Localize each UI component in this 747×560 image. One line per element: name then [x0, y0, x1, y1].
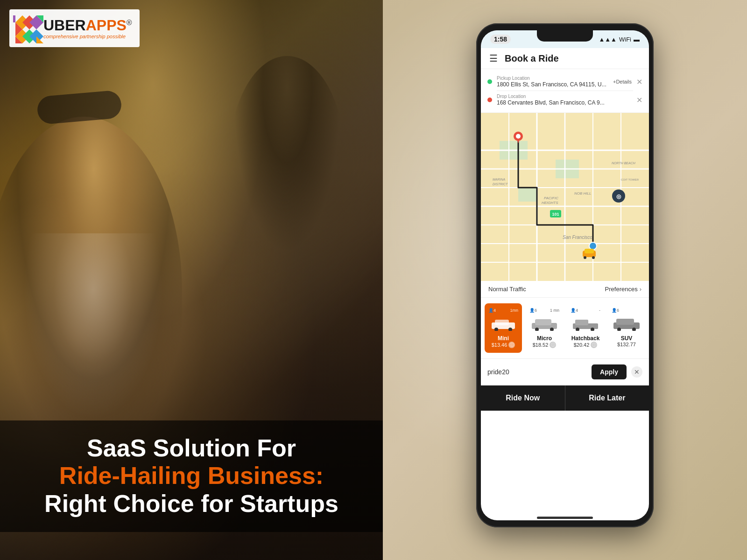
svg-rect-14: [518, 188, 537, 202]
map-area: 101 MARINA DISTRICT PACIFIC HEIGHTS NOB …: [481, 113, 649, 281]
pickup-clear-icon[interactable]: ✕: [636, 77, 642, 86]
wifi-icon: WiFi: [619, 36, 631, 43]
shirt-area: [23, 233, 163, 420]
logo-apps-text: APPS: [86, 18, 127, 33]
drop-row[interactable]: Drop Location 168 Cervantes Blvd, San Fr…: [487, 91, 642, 109]
traffic-label: Normal Traffic: [488, 286, 526, 293]
apply-button[interactable]: Apply: [592, 364, 627, 379]
menu-icon[interactable]: ☰: [489, 53, 498, 64]
svg-rect-42: [585, 249, 594, 253]
text-overlay: SaaS Solution For Ride-Hailing Business:…: [0, 420, 383, 532]
mini-time: 1mn: [510, 308, 518, 313]
bottom-buttons: Ride Now Ride Later: [481, 385, 649, 411]
svg-rect-48: [495, 320, 509, 325]
status-time: 1:58: [490, 35, 511, 44]
logo-uber-text: UBER: [43, 18, 86, 33]
svg-text:NORTH BEACH: NORTH BEACH: [612, 161, 636, 165]
mini-image: [488, 315, 518, 333]
svg-text:NOB HILL: NOB HILL: [574, 191, 591, 196]
drop-address: 168 Cervantes Blvd, San Francisco, CA 9.…: [497, 99, 632, 106]
pickup-label: Pickup Location: [497, 76, 608, 81]
svg-point-43: [584, 256, 586, 259]
svg-rect-60: [616, 319, 634, 325]
battery-icon: ▬: [634, 36, 640, 43]
phone-mockup: 1:58 ▲▲▲ WiFi ▬ ☰ Book a Ride Pickup Loc…: [476, 23, 654, 527]
hatchback-image: [571, 315, 600, 333]
hatchback-info-icon[interactable]: ⓘ: [591, 342, 597, 348]
map-streets: 101 MARINA DISTRICT PACIFIC HEIGHTS NOB …: [481, 113, 649, 281]
signal-icon: ▲▲▲: [599, 36, 617, 43]
location-container: Pickup Location 1800 Ellis St, San Franc…: [481, 69, 649, 113]
promo-clear-button[interactable]: ✕: [631, 366, 642, 378]
car-type-suv[interactable]: 👤6 SUV $132.77: [608, 303, 645, 353]
micro-name: Micro: [529, 335, 559, 342]
pickup-address: 1800 Ellis St, San Francisco, CA 94115, …: [497, 81, 608, 88]
car-type-hatchback[interactable]: 👤4 - Hatchback $20.42 ⓘ: [567, 303, 604, 353]
logo-tagline: comprehensive partnership possible: [43, 34, 132, 39]
micro-info-icon[interactable]: ⓘ: [550, 342, 556, 348]
suv-passengers: 👤6: [612, 308, 619, 313]
drop-clear-icon[interactable]: ✕: [636, 96, 642, 105]
svg-text:DISTRICT: DISTRICT: [493, 182, 508, 186]
details-link[interactable]: +Details: [613, 79, 632, 84]
suv-price: $132.77: [617, 342, 636, 347]
micro-time: 1 mn: [550, 308, 559, 313]
hatchback-price: $20.42: [574, 342, 590, 348]
mini-name: Mini: [488, 335, 518, 342]
driver-silhouette: [229, 56, 345, 266]
mini-info-icon[interactable]: ⓘ: [508, 342, 515, 348]
headline-line2: Ride-Hailing Business:: [19, 462, 364, 490]
micro-image: [529, 315, 559, 333]
svg-point-39: [516, 134, 521, 139]
logo-container: UBER APPS ® comprehensive partnership po…: [9, 9, 140, 47]
headline-line3: Right Choice for Startups: [19, 490, 364, 518]
ride-later-button[interactable]: Ride Later: [565, 385, 649, 411]
headline-line1: SaaS Solution For: [19, 434, 364, 462]
logo-icon: [13, 13, 43, 43]
pickup-row[interactable]: Pickup Location 1800 Ellis St, San Franc…: [487, 73, 642, 91]
svg-text:HEIGHTS: HEIGHTS: [542, 201, 558, 205]
car-type-micro[interactable]: 👤6 1 mn Micro $18.52 ⓘ: [526, 303, 563, 353]
promo-input[interactable]: [487, 368, 587, 376]
phone-screen: 1:58 ▲▲▲ WiFi ▬ ☰ Book a Ride Pickup Loc…: [481, 30, 649, 520]
svg-point-40: [589, 242, 597, 250]
logo-registered: ®: [127, 19, 132, 27]
svg-text:◎: ◎: [616, 193, 621, 200]
micro-passengers: 👤6: [529, 308, 537, 313]
hatchback-passengers: 👤4: [571, 308, 578, 313]
logo-text: UBER APPS ® comprehensive partnership po…: [43, 18, 132, 39]
status-icons: ▲▲▲ WiFi ▬: [599, 36, 640, 43]
mini-passengers: 👤4: [488, 308, 496, 313]
suv-image: [612, 315, 641, 333]
mini-price: $13.46: [492, 342, 507, 348]
home-indicator: [537, 517, 593, 519]
svg-text:San Francisco: San Francisco: [563, 235, 592, 240]
svg-marker-8: [13, 15, 15, 22]
preferences-container[interactable]: Preferences ›: [605, 286, 641, 293]
svg-text:MARINA: MARINA: [493, 178, 506, 181]
svg-rect-52: [535, 319, 551, 325]
pickup-dot: [487, 79, 492, 84]
app-title: Book a Ride: [505, 53, 641, 64]
drop-dot: [487, 98, 492, 102]
traffic-bar: Normal Traffic Preferences ›: [481, 281, 649, 298]
phone-notch: [537, 30, 593, 42]
svg-text:101: 101: [552, 212, 559, 217]
preferences-chevron: ›: [640, 286, 641, 293]
car-type-selector: 👤4 1mn Mini $13.46 ⓘ: [481, 298, 649, 359]
app-header: ☰ Book a Ride: [481, 48, 649, 69]
hatchback-name: Hatchback: [571, 335, 600, 342]
promo-area: Apply ✕: [481, 359, 649, 385]
svg-rect-56: [575, 320, 588, 325]
hatchback-time: -: [599, 308, 600, 313]
svg-point-44: [592, 256, 595, 259]
right-side: 1:58 ▲▲▲ WiFi ▬ ☰ Book a Ride Pickup Loc…: [383, 0, 747, 560]
ride-now-button[interactable]: Ride Now: [481, 385, 565, 411]
suv-name: SUV: [612, 335, 641, 342]
car-type-mini[interactable]: 👤4 1mn Mini $13.46 ⓘ: [485, 303, 522, 353]
drop-label: Drop Location: [497, 94, 632, 99]
svg-text:COIT TOWER: COIT TOWER: [621, 178, 639, 181]
preferences-label[interactable]: Preferences: [605, 286, 638, 293]
svg-text:PACIFIC: PACIFIC: [544, 196, 558, 200]
background-photo: UBER APPS ® comprehensive partnership po…: [0, 0, 383, 560]
